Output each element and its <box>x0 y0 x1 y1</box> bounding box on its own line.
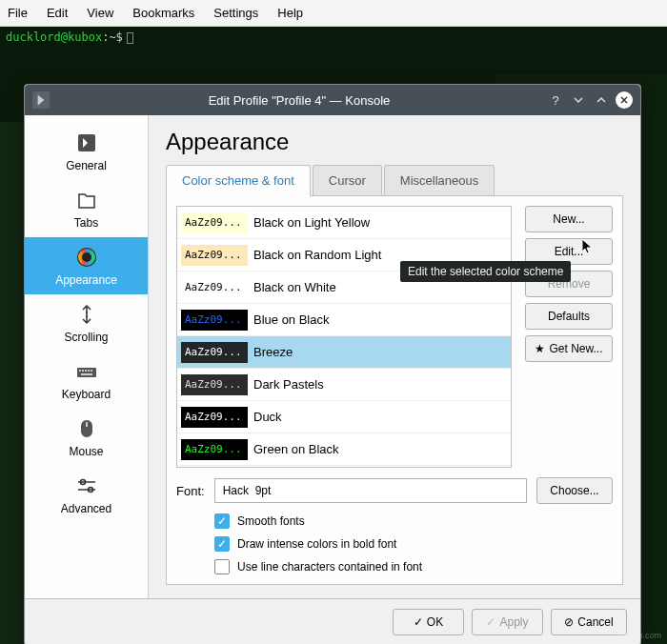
dialog-title: Edit Profile "Profile 4" — Konsole <box>57 93 541 108</box>
sidebar-item-scrolling[interactable]: Scrolling <box>25 294 148 352</box>
tab-content: AaZz09...Black on Light YellowAaZz09...B… <box>166 196 623 585</box>
scheme-swatch: AaZz09... <box>181 212 248 233</box>
new-scheme-button[interactable]: New... <box>525 206 613 232</box>
sidebar-label: Appearance <box>55 273 117 287</box>
tab-miscellaneous[interactable]: Miscellaneous <box>384 165 495 195</box>
scheme-name: Black on White <box>253 280 336 294</box>
window-menu-icon[interactable] <box>32 91 50 109</box>
star-icon: ★ <box>535 342 545 355</box>
choose-font-button[interactable]: Choose... <box>536 477 613 504</box>
general-icon <box>74 131 99 155</box>
terminal-prompt[interactable]: ducklord@kubox:~$ <box>0 27 667 48</box>
settings-sidebar: General Tabs Appearance Scrolling Keyboa… <box>25 115 149 598</box>
scheme-name: Blue on Black <box>253 312 330 327</box>
tabs-icon <box>74 188 99 212</box>
scheme-name: Black on Light Yellow <box>253 215 370 230</box>
cancel-button[interactable]: ⊘Cancel <box>551 609 627 635</box>
svg-rect-7 <box>82 370 84 372</box>
menu-bookmarks[interactable]: Bookmarks <box>132 6 194 20</box>
scheme-buttons: New... Edit... Remove Defaults ★Get New.… <box>525 206 613 468</box>
font-field[interactable] <box>214 478 527 503</box>
sidebar-item-general[interactable]: General <box>25 123 148 180</box>
sidebar-label: Tabs <box>74 216 98 230</box>
menu-view[interactable]: View <box>87 6 113 20</box>
svg-rect-12 <box>86 422 88 427</box>
sidebar-item-mouse[interactable]: Mouse <box>25 409 148 466</box>
appearance-icon <box>74 245 99 270</box>
sidebar-label: Keyboard <box>62 388 111 401</box>
minimize-icon[interactable] <box>570 91 587 109</box>
help-icon[interactable]: ? <box>547 91 564 109</box>
sidebar-label: General <box>66 159 107 172</box>
main-panel: Appearance Color scheme & font Cursor Mi… <box>149 115 640 598</box>
app-menubar: File Edit View Bookmarks Settings Help <box>0 0 667 27</box>
terminal-cursor-icon <box>127 32 133 44</box>
checkbox-row[interactable]: ✓Draw intense colors in bold font <box>214 536 613 552</box>
svg-point-4 <box>86 315 88 317</box>
scrolling-icon <box>74 302 99 327</box>
check-icon: ✓ <box>486 615 495 629</box>
scheme-swatch: AaZz09... <box>181 310 248 331</box>
edit-tooltip: Edit the selected color scheme <box>400 261 571 282</box>
sidebar-item-tabs[interactable]: Tabs <box>25 180 148 237</box>
terminal-background: ducklord@kubox:~$ Edit Profile "Profile … <box>0 27 667 644</box>
tab-color-scheme-font[interactable]: Color scheme & font <box>166 165 311 196</box>
sidebar-item-appearance[interactable]: Appearance <box>25 237 148 294</box>
scheme-item[interactable]: AaZz09...Dark Pastels <box>177 369 511 401</box>
menu-file[interactable]: File <box>8 6 28 20</box>
sidebar-item-advanced[interactable]: Advanced <box>25 466 148 523</box>
scheme-item[interactable]: AaZz09...Blue on Black <box>177 304 511 336</box>
svg-rect-9 <box>88 370 90 372</box>
svg-rect-5 <box>77 368 96 377</box>
dialog-titlebar[interactable]: Edit Profile "Profile 4" — Konsole ? <box>25 85 640 115</box>
svg-rect-10 <box>91 370 92 372</box>
mouse-cursor-icon <box>581 238 595 259</box>
svg-rect-11 <box>81 373 92 375</box>
sidebar-label: Advanced <box>61 502 111 515</box>
sidebar-item-keyboard[interactable]: Keyboard <box>25 352 148 409</box>
menu-settings[interactable]: Settings <box>213 6 258 20</box>
prompt-user: ducklord@kubox <box>6 30 102 44</box>
svg-rect-8 <box>85 370 87 372</box>
check-icon: ✓ <box>414 615 423 629</box>
font-label: Font: <box>176 484 205 498</box>
cancel-icon: ⊘ <box>564 615 574 629</box>
scheme-swatch: AaZz09... <box>181 407 248 428</box>
menu-help[interactable]: Help <box>277 6 303 20</box>
checkbox-row[interactable]: Use line characters contained in font <box>214 559 613 574</box>
scheme-swatch: AaZz09... <box>181 374 248 395</box>
scheme-name: Breeze <box>253 345 293 359</box>
watermark: wsxdn.com <box>618 631 661 640</box>
scheme-swatch: AaZz09... <box>181 342 248 363</box>
checkbox-label: Draw intense colors in bold font <box>237 537 396 551</box>
font-row: Font: Choose... <box>176 477 613 504</box>
sidebar-label: Mouse <box>69 445 103 458</box>
apply-button[interactable]: ✓Apply <box>472 609 543 635</box>
svg-rect-6 <box>79 370 81 372</box>
checkbox-icon: ✓ <box>214 513 230 529</box>
maximize-icon[interactable] <box>593 91 610 109</box>
edit-profile-dialog: Edit Profile "Profile 4" — Konsole ? Gen… <box>24 84 641 644</box>
ok-button[interactable]: ✓OK <box>393 609 464 635</box>
page-title: Appearance <box>166 129 623 155</box>
appearance-tabs: Color scheme & font Cursor Miscellaneous <box>166 165 623 196</box>
checkbox-icon: ✓ <box>214 536 230 552</box>
scheme-name: Dark Pastels <box>253 377 324 392</box>
color-scheme-list[interactable]: AaZz09...Black on Light YellowAaZz09...B… <box>176 206 512 468</box>
prompt-path: :~$ <box>102 30 123 44</box>
keyboard-icon <box>74 359 99 384</box>
menu-edit[interactable]: Edit <box>47 6 68 20</box>
scheme-item[interactable]: AaZz09...Green on Black <box>177 433 511 466</box>
scheme-swatch: AaZz09... <box>181 277 248 298</box>
scheme-name: Duck <box>253 410 282 424</box>
scheme-item[interactable]: AaZz09...Black on Light Yellow <box>177 207 511 239</box>
get-new-button[interactable]: ★Get New... <box>525 335 613 362</box>
advanced-icon <box>74 473 99 498</box>
scheme-item[interactable]: AaZz09...Breeze <box>177 336 511 369</box>
close-icon[interactable] <box>616 91 633 109</box>
dialog-footer: ✓OK ✓Apply ⊘Cancel <box>25 598 640 644</box>
tab-cursor[interactable]: Cursor <box>313 165 382 195</box>
checkbox-row[interactable]: ✓Smooth fonts <box>214 513 613 529</box>
defaults-button[interactable]: Defaults <box>525 303 613 330</box>
scheme-item[interactable]: AaZz09...Duck <box>177 401 511 433</box>
